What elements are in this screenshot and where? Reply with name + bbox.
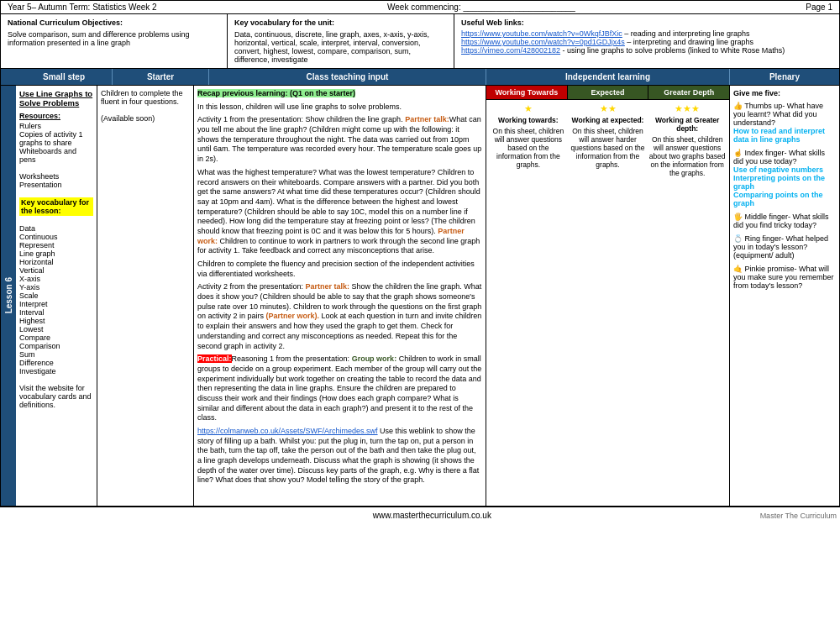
footer-logo: Master The Curriculum [760, 512, 837, 520]
middle-icon: 🖐 [733, 213, 743, 221]
ind-header-greater: Greater Depth [648, 86, 729, 99]
teaching-para1: In this lesson, children will use line g… [197, 102, 482, 113]
vocab-lowest: Lowest [19, 325, 93, 333]
thumb-label: Thumbs up- What have you learnt? What di… [733, 102, 823, 127]
recap-label: Recap previous learning: (Q1 on the star… [197, 89, 355, 97]
thumb-icon: 👍 [733, 102, 743, 110]
index-link3[interactable]: Comparing points on the graph [733, 191, 823, 207]
web-link-2-text: – interpreting and drawing line graphs [625, 38, 753, 46]
header-teaching: Class teaching input [209, 69, 486, 85]
plenary-ring: 💍 Ring finger- What helped you in today'… [733, 234, 836, 260]
teaching-para5: Activity 2 from the presentation: Partne… [197, 282, 482, 351]
lesson-label-wrapper: Lesson 6 [1, 86, 16, 506]
header-plenary: Plenary [730, 69, 839, 85]
vocab-horizontal: Horizontal [19, 258, 93, 266]
resource-copies: Copies of activity 1 graphs to share [19, 130, 93, 147]
activity1-intro: Activity 1 from the presentation: Show c… [197, 115, 405, 123]
working-star: ★ [524, 103, 533, 113]
vocab-continuous: Continuous [19, 233, 93, 241]
working-title: Working towards: [490, 116, 567, 124]
useful-web-links: Useful Web links: https://www.youtube.co… [454, 14, 839, 68]
group-work-label: Group work: [352, 354, 397, 363]
vocab-investigate: Investigate [19, 367, 93, 375]
plenary-thumbs: 👍 Thumbs up- What have you learnt? What … [733, 102, 836, 144]
resources-title: Resources: [19, 112, 93, 120]
resource-presentation: Presentation [19, 181, 93, 189]
expected-title: Working at expected: [570, 116, 647, 124]
vocab-vertical: Vertical [19, 266, 93, 275]
plenary-column: Give me five: 👍 Thumbs up- What have you… [730, 86, 839, 506]
greater-title: Working at Greater depth: [648, 116, 726, 133]
greater-star2: ★ [683, 103, 691, 113]
web-link-3[interactable]: https://vimeo.com/428002182 [461, 46, 560, 55]
visit-text: Visit the website for vocabulary cards a… [19, 384, 93, 409]
page-header: Year 5– Autumn Term: Statistics Week 2 W… [0, 0, 840, 14]
page-wrapper: Year 5– Autumn Term: Statistics Week 2 W… [0, 0, 840, 523]
partner-talk-2: Partner talk: [306, 282, 350, 291]
pinkie-icon: 🤙 [733, 265, 743, 273]
independent-body: ★ Working towards: On this sheet, childr… [486, 100, 729, 181]
vocab-line-graph: Line graph [19, 249, 93, 258]
ring-label: Ring finger- What helped you in today's … [733, 234, 828, 260]
greater-star1: ★ [675, 103, 683, 113]
thumb-link[interactable]: How to read and interpret data in line g… [733, 127, 825, 144]
independent-headers: Working Towards Expected Greater Depth [486, 86, 729, 100]
key-vocab-unit: Key vocabulary for the unit: Data, conti… [228, 14, 454, 68]
starter-available: (Available soon) [101, 114, 190, 123]
expected-star2: ★ [608, 103, 617, 113]
index-link2[interactable]: Interpreting points on the graph [733, 174, 825, 191]
teaching-column: Recap previous learning: (Q1 on the star… [194, 86, 486, 506]
web-link-1[interactable]: https://www.youtube.com/watch?v=0WkqfJBf… [461, 29, 622, 38]
greater-body: On this sheet, children will answer ques… [648, 135, 726, 177]
footer-url: www.masterthecurriculum.co.uk [373, 511, 491, 520]
vocab-difference: Difference [19, 359, 93, 367]
vocab-interval: Interval [19, 308, 93, 317]
expected-star1: ★ [600, 103, 608, 113]
plenary-pinkie: 🤙 Pinkie promise- What will you make sur… [733, 265, 836, 290]
curriculum-objectives: National Curriculum Objectives: Solve co… [1, 14, 228, 68]
archimedes-link[interactable]: https://colmanweb.co.uk/Assets/SWF/Archi… [197, 427, 378, 435]
resource-worksheets: Worksheets [19, 172, 93, 181]
ind-header-expected: Expected [568, 86, 649, 99]
header-starter: Starter [113, 69, 209, 85]
resource-whiteboards: Whiteboards and pens [19, 147, 93, 164]
partner-work-1: Partner work: [197, 227, 465, 245]
working-body: On this sheet, children will answer ques… [490, 127, 567, 169]
working-towards-col: ★ Working towards: On this sheet, childr… [490, 103, 567, 177]
expected-body: On this sheet, children will answer hard… [570, 127, 647, 169]
ind-header-working: Working Towards [486, 86, 568, 99]
teaching-para3: What was the highest temperature? What w… [197, 168, 482, 256]
greater-depth-col: ★★★ Working at Greater depth: On this sh… [648, 103, 726, 177]
header-left: Year 5– Autumn Term: Statistics Week 2 [8, 3, 157, 12]
greater-star3: ★ [691, 103, 700, 113]
independent-column: Working Towards Expected Greater Depth ★… [486, 86, 730, 506]
resource-rulers: Rulers [19, 122, 93, 130]
teaching-practical: Practical:Reasoning 1 from the presentat… [197, 354, 482, 423]
expected-col: ★★ Working at expected: On this sheet, c… [570, 103, 647, 177]
vocab-list: Data Continuous Represent Line graph Hor… [19, 224, 93, 375]
index-link1[interactable]: Use of negative numbers [733, 165, 823, 174]
web-link-2[interactable]: https://www.youtube.com/watch?v=0pd1GDJj… [461, 38, 625, 46]
header-center: Week commencing: _______________________… [387, 3, 575, 12]
plenary-intro: Give me five: [733, 89, 836, 97]
web-link-1-text: – reading and interpreting line graphs [622, 29, 750, 38]
key-vocab-label: Key vocabulary for the lesson: [19, 197, 93, 216]
lesson-label: Lesson 6 [4, 277, 13, 313]
page-footer: www.masterthecurriculum.co.uk Master The… [0, 507, 840, 523]
partner-work-2: (Partner work). [266, 312, 320, 320]
col1-body: Solve comparison, sum and difference pro… [8, 30, 220, 47]
main-content: Lesson 6 Use Line Graphs to Solve Proble… [0, 86, 840, 507]
ring-icon: 💍 [733, 234, 743, 243]
middle-label: Middle finger- What skills did you find … [733, 213, 829, 229]
vocab-scale: Scale [19, 291, 93, 300]
vocab-yaxis: Y-axis [19, 283, 93, 291]
column-headers: Small step Starter Class teaching input … [0, 69, 840, 86]
col2-title: Key vocabulary for the unit: [234, 18, 447, 27]
plenary-middle: 🖐 Middle finger- What skills did you fin… [733, 213, 836, 229]
col2-body: Data, continuous, discrete, line graph, … [234, 30, 447, 64]
vocab-sum: Sum [19, 350, 93, 359]
starter-body: Children to complete the fluent in four … [101, 89, 190, 106]
header-small-step: Small step [16, 69, 113, 85]
small-step-column: Use Line Graphs to Solve Problems Resour… [16, 86, 97, 506]
index-icon: ☝ [733, 149, 743, 157]
